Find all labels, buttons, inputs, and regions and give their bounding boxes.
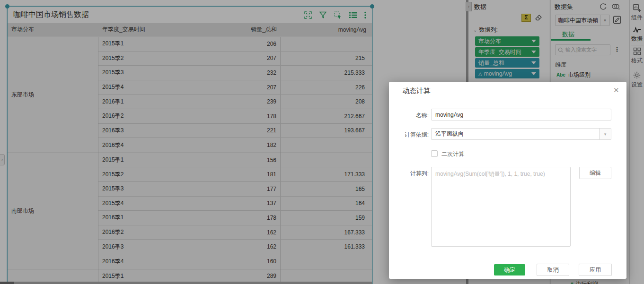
chevron-down-icon: ▾ (599, 129, 611, 139)
apply-button[interactable]: 应用 (579, 264, 612, 276)
calc-column-textarea[interactable]: movingAvg(Sum(col['销量']), 1, 1, true, tr… (431, 167, 571, 247)
name-label: 名称: (389, 112, 429, 120)
secondary-calc-label: 二次计算 (441, 150, 464, 158)
modal-header: 动态计算 ✕ (389, 82, 626, 99)
calc-column-label: 计算列: (389, 170, 429, 178)
name-input-value: movingAvg (435, 112, 463, 118)
basis-select-value: 沿平面纵向 (432, 130, 599, 138)
basis-label: 计算依据: (389, 131, 429, 139)
calc-textarea-placeholder: movingAvg(Sum(col['销量']), 1, 1, true, tr… (435, 171, 545, 177)
basis-select[interactable]: 沿平面纵向 ▾ (431, 128, 611, 140)
ok-button[interactable]: 确定 (494, 264, 525, 275)
name-input[interactable]: movingAvg (431, 109, 611, 120)
cancel-button[interactable]: 取消 (537, 264, 569, 276)
modal-title: 动态计算 (402, 86, 431, 95)
secondary-calc-checkbox[interactable] (431, 150, 438, 157)
dynamic-calc-modal: 动态计算 ✕ 名称: movingAvg 计算依据: 沿平面纵向 ▾ 二次计算 … (389, 82, 626, 279)
close-icon[interactable]: ✕ (613, 86, 619, 95)
edit-button[interactable]: 编辑 (579, 167, 611, 179)
